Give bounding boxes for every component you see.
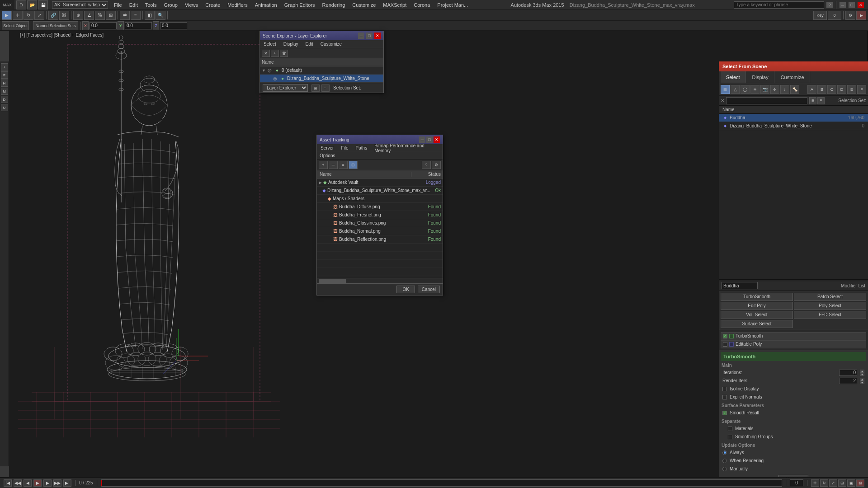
le-delete-btn[interactable]: 🗑 — [280, 50, 288, 57]
layer-explorer-dropdown[interactable]: Layer Explorer — [263, 84, 308, 92]
ts-iter-down-btn[interactable]: ▼ — [860, 373, 864, 376]
z-input[interactable]: Z — [153, 21, 159, 30]
menu-customize[interactable]: Customize — [349, 0, 379, 9]
sfs-cam-btn[interactable]: 📷 — [760, 85, 769, 94]
sfs-space-btn[interactable]: ↕ — [780, 85, 789, 94]
at-menu-paths[interactable]: Paths — [354, 145, 369, 150]
named-selection-btn[interactable]: Named Selection Sets — [33, 21, 78, 30]
at-row-fresnel[interactable]: 🖼 Buddha_Fresnel.png Found — [317, 211, 443, 219]
at-menu-file[interactable]: File — [339, 145, 350, 150]
sfs-tab-customize[interactable]: Customize — [775, 71, 810, 83]
at-add-btn[interactable]: + — [319, 161, 328, 169]
menu-edit[interactable]: Edit — [126, 0, 142, 9]
y-input[interactable]: Y — [118, 21, 124, 30]
display-strip-btn[interactable]: D — [1, 96, 8, 103]
ts-smooth-checkbox[interactable]: ✓ — [722, 411, 727, 415]
menu-animation[interactable]: Animation — [251, 0, 281, 9]
vp-zoom-ext-btn[interactable]: ⊞ — [838, 479, 846, 487]
scale-btn[interactable]: ⤢ — [34, 11, 44, 20]
mod-btn-volselect[interactable]: Vol. Select — [721, 311, 793, 319]
select-obj-btn[interactable]: Select Object — [2, 21, 29, 30]
layer-row-default[interactable]: ▼ ◎ ● 0 (default) — [260, 66, 383, 75]
select-btn[interactable]: ▶ — [2, 11, 12, 20]
workspace-selector[interactable]: AK_Screenshot_wrksp — [52, 1, 108, 9]
frame-number[interactable]: 0 — [790, 479, 803, 486]
unlink-btn[interactable]: ⛓ — [59, 11, 69, 20]
maximize-btn[interactable]: □ — [848, 2, 855, 8]
open-btn[interactable]: 📂 — [27, 0, 37, 9]
ts-isoline-checkbox[interactable] — [722, 387, 727, 391]
vp-zoom-btn[interactable]: ⤢ — [829, 479, 837, 487]
x-input[interactable]: X — [82, 21, 89, 30]
mod-btn-editpoly[interactable]: Edit Poly — [721, 302, 793, 310]
sfs-tab-display[interactable]: Display — [747, 71, 774, 83]
le-bottom-btn2[interactable]: ⋯ — [321, 84, 330, 92]
layer-btn[interactable]: ◧ — [145, 11, 155, 20]
le-menu-customize[interactable]: Customize — [319, 42, 344, 47]
z-coord-input[interactable] — [160, 22, 187, 29]
at-ok-btn[interactable]: OK — [396, 286, 415, 293]
ts-explicit-checkbox[interactable] — [722, 395, 727, 399]
align-btn[interactable]: ≡ — [131, 11, 141, 20]
at-list-btn[interactable]: ≡ — [339, 161, 348, 169]
layer-explorer-titlebar[interactable]: Scene Explorer - Layer Explorer ─ □ ✕ — [260, 31, 383, 40]
close-btn[interactable]: ✕ — [857, 2, 864, 8]
at-help-btn[interactable]: ? — [422, 161, 431, 169]
le-new-layer-btn[interactable]: + — [271, 50, 279, 57]
percent-snap-btn[interactable]: % — [95, 11, 105, 20]
timeline-slider[interactable] — [101, 479, 782, 487]
at-cancel-btn[interactable]: Cancel — [418, 286, 440, 293]
le-menu-edit[interactable]: Edit — [304, 42, 315, 47]
anim-start-btn[interactable]: |◀ — [4, 479, 12, 487]
utility-strip-btn[interactable]: U — [1, 104, 8, 111]
modifier-object-name[interactable] — [722, 282, 758, 289]
motion-strip-btn[interactable]: M — [1, 88, 8, 95]
vp-arc-btn[interactable]: ↻ — [820, 479, 828, 487]
create-strip-btn[interactable]: + — [1, 63, 8, 70]
sfs-geo-btn[interactable]: △ — [731, 85, 740, 94]
sfs-search-btn2[interactable]: ≡ — [817, 97, 825, 104]
sfs-obj-dizang[interactable]: ◆ Dizang_Buddha_Sculpture_White_Stone 0 — [719, 122, 868, 130]
at-row-normal[interactable]: 🖼 Buddha_Normal.png Found — [317, 227, 443, 235]
sfs-filter-btn6[interactable]: F — [857, 85, 866, 94]
vp-max-btn[interactable]: ⊠ — [856, 479, 864, 487]
at-scrollbar-thumb[interactable] — [319, 279, 346, 283]
hierarchy-strip-btn[interactable]: H — [1, 80, 8, 87]
time-btn[interactable]: 0 — [828, 11, 841, 20]
search-input[interactable] — [734, 1, 824, 9]
at-close-btn[interactable]: ✕ — [434, 136, 440, 143]
spinner-snap-btn[interactable]: ⊞ — [106, 11, 116, 20]
at-row-diffuse[interactable]: 🖼 Buddha_Diffuse.png Found — [317, 203, 443, 211]
sfs-shape-btn[interactable]: ◯ — [741, 85, 750, 94]
anim-prev-frame-btn[interactable]: ◀◀ — [14, 479, 22, 487]
ts-manually-radio[interactable] — [722, 467, 727, 471]
mod-stack-editablepoly[interactable]: Editable Poly — [721, 340, 866, 348]
menu-group[interactable]: Group — [160, 0, 181, 9]
move-btn[interactable]: ✛ — [13, 11, 23, 20]
ts-renderiters-input[interactable] — [839, 378, 857, 384]
vp-field-btn[interactable]: ▣ — [847, 479, 855, 487]
sfs-x-close[interactable]: ✕ — [721, 98, 724, 103]
mod-stack-turbosmooth[interactable]: ✓ TurboSmooth — [721, 332, 866, 340]
at-menu-server[interactable]: Server — [319, 145, 335, 150]
layer-row-buddha[interactable]: ▶ ◎ ● Dizang_Buddha_Sculpture_White_Ston… — [260, 75, 383, 83]
render-btn[interactable]: ▶ — [856, 11, 866, 20]
at-row-maps[interactable]: ◆ Maps / Shaders — [317, 195, 443, 203]
render-setup-btn[interactable]: ⚙ — [845, 11, 855, 20]
menu-corona[interactable]: Corona — [410, 0, 434, 9]
at-remove-btn[interactable]: ─ — [329, 161, 338, 169]
menu-tools[interactable]: Tools — [142, 0, 160, 9]
at-menu-bitmap[interactable]: Bitmap Performance and Memory — [373, 143, 441, 153]
rotate-btn[interactable]: ↻ — [24, 11, 33, 20]
x-coord-input[interactable] — [90, 22, 117, 29]
ts-smoothing-checkbox[interactable] — [728, 435, 732, 439]
at-row-glossines[interactable]: 🖼 Buddha_Glossines.png Found — [317, 219, 443, 227]
layer-explorer-minimize-btn[interactable]: ─ — [358, 33, 364, 39]
sfs-all-btn[interactable]: ⊞ — [721, 85, 730, 94]
mod-btn-ffdselect[interactable]: FFD Select — [794, 311, 866, 319]
menu-modifiers[interactable]: Modifiers — [224, 0, 251, 9]
link-btn[interactable]: 🔗 — [48, 11, 58, 20]
ts-when-rendering-radio[interactable] — [722, 459, 727, 463]
sfs-helper-btn[interactable]: ✛ — [770, 85, 779, 94]
at-maximize-btn[interactable]: □ — [426, 136, 433, 143]
